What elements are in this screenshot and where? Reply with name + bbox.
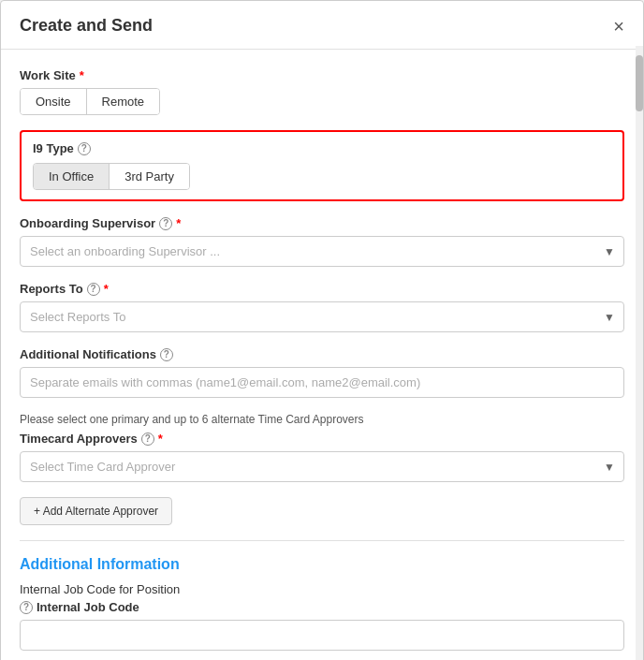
worksite-required-star: * <box>80 68 84 82</box>
reports-to-select[interactable]: Select Reports To <box>20 301 624 332</box>
internal-job-code-help-icon[interactable]: ? <box>20 601 33 614</box>
timecard-approvers-select[interactable]: Select Time Card Approver <box>20 451 624 482</box>
worksite-label: Work Site * <box>20 68 624 82</box>
modal-header: Create and Send × <box>1 1 643 50</box>
i9-type-section: I9 Type ? In Office 3rd Party <box>20 130 624 201</box>
reports-to-help-icon[interactable]: ? <box>87 283 100 296</box>
internal-job-code-label: ? Internal Job Code <box>20 600 624 614</box>
timecard-approvers-field: Timecard Approvers ? * Select Time Card … <box>20 432 624 482</box>
additional-notifications-field: Additional Notifications ? <box>20 347 624 398</box>
i9-type-toggle-group: In Office 3rd Party <box>33 163 190 190</box>
i9-type-help-icon[interactable]: ? <box>78 142 91 155</box>
modal-title: Create and Send <box>20 16 153 36</box>
i9-3rd-party-btn[interactable]: 3rd Party <box>110 164 189 189</box>
additional-notifications-label: Additional Notifications ? <box>20 347 624 361</box>
timecard-approvers-select-wrapper: Select Time Card Approver ▼ <box>20 451 624 482</box>
worksite-remote-btn[interactable]: Remote <box>87 89 160 114</box>
internal-job-code-for-position-label: Internal Job Code for Position <box>20 582 624 596</box>
worksite-field: Work Site * Onsite Remote <box>20 68 624 115</box>
internal-job-code-input[interactable] <box>20 620 624 651</box>
section-divider <box>20 540 624 541</box>
create-and-send-modal: Create and Send × Work Site * Onsite Rem… <box>0 0 644 660</box>
additional-information-section: Additional Information Internal Job Code… <box>20 556 624 651</box>
reports-to-select-wrapper: Select Reports To ▼ <box>20 301 624 332</box>
additional-information-heading: Additional Information <box>20 556 624 573</box>
timecard-approvers-label: Timecard Approvers ? * <box>20 432 624 446</box>
timecard-hint-text: Please select one primary and up to 6 al… <box>20 413 624 426</box>
onboarding-supervisor-select-wrapper: Select an onboarding Supervisor ... ▼ <box>20 236 624 267</box>
worksite-onsite-btn[interactable]: Onsite <box>21 89 87 114</box>
additional-notifications-input[interactable] <box>20 367 624 398</box>
onboarding-supervisor-help-icon[interactable]: ? <box>159 217 172 230</box>
add-alternate-approver-button[interactable]: + Add Alternate Approver <box>20 497 172 525</box>
reports-to-required-star: * <box>104 282 109 296</box>
additional-notifications-help-icon[interactable]: ? <box>160 348 173 361</box>
onboarding-supervisor-label: Onboarding Supervisor ? * <box>20 216 624 230</box>
modal-body: Work Site * Onsite Remote I9 Type ? In O… <box>1 50 643 660</box>
reports-to-field: Reports To ? * Select Reports To ▼ <box>20 282 624 332</box>
onboarding-supervisor-required-star: * <box>176 216 181 230</box>
timecard-approvers-required-star: * <box>158 432 163 446</box>
timecard-approvers-help-icon[interactable]: ? <box>141 433 154 446</box>
onboarding-supervisor-field: Onboarding Supervisor ? * Select an onbo… <box>20 216 624 267</box>
onboarding-supervisor-select[interactable]: Select an onboarding Supervisor ... <box>20 236 624 267</box>
reports-to-label: Reports To ? * <box>20 282 624 296</box>
i9-type-label: I9 Type ? <box>33 141 611 155</box>
close-button[interactable]: × <box>613 17 624 36</box>
i9-in-office-btn[interactable]: In Office <box>34 164 110 189</box>
worksite-toggle-group: Onsite Remote <box>20 88 160 115</box>
